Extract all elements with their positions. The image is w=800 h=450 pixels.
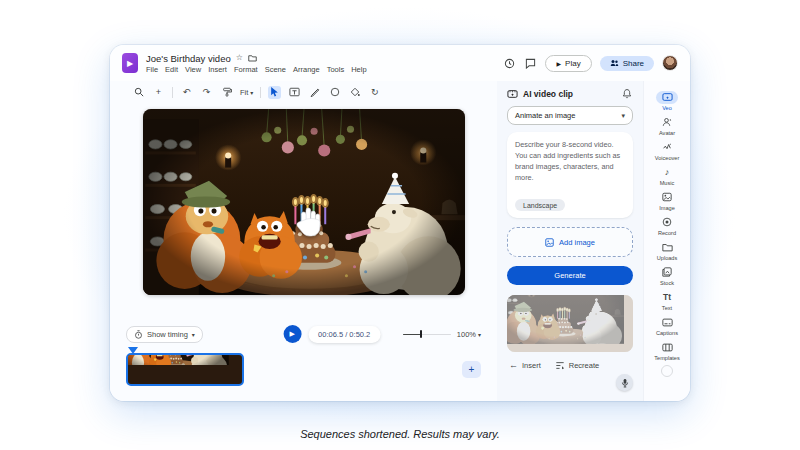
share-button[interactable]: Share xyxy=(600,56,654,71)
shapes-tool-icon[interactable] xyxy=(328,86,341,99)
zoom-tool-icon[interactable] xyxy=(132,86,145,99)
play-icon: ▶ xyxy=(556,60,561,67)
add-clip-button[interactable]: + xyxy=(462,361,481,378)
sidebar-item-voiceover[interactable]: Voiceover xyxy=(644,138,690,163)
menu-tools[interactable]: Tools xyxy=(327,65,345,74)
menu-view[interactable]: View xyxy=(185,65,201,74)
playhead-marker[interactable] xyxy=(128,347,138,354)
show-timing-label: Show timing xyxy=(147,330,188,339)
menu-bar: File Edit View Insert Format Scene Arran… xyxy=(146,65,367,74)
zoom-control-group: 100% ▾ xyxy=(403,330,481,339)
undo-icon[interactable]: ↶ xyxy=(180,86,193,99)
share-label: Share xyxy=(623,59,644,68)
sidebar-more-button[interactable] xyxy=(661,365,673,377)
play-button[interactable]: ▶ Play xyxy=(545,55,591,72)
sidebar-label: Music xyxy=(660,180,675,186)
text-box-tool-icon[interactable] xyxy=(288,86,301,99)
timeline: + xyxy=(110,347,497,401)
timeline-play-button[interactable]: ▶ xyxy=(283,325,301,343)
recreate-button[interactable]: Recreate xyxy=(555,361,599,370)
sidebar-item-text[interactable]: Tt Text xyxy=(644,288,690,313)
ai-video-panel: AI video clip Animate an image ▾ Describ… xyxy=(497,81,643,401)
stock-media-icon xyxy=(656,266,678,279)
sidebar-item-music[interactable]: ♪ Music xyxy=(644,163,690,188)
vids-logo-icon[interactable]: ▶ xyxy=(122,53,138,73)
avatar-icon xyxy=(656,116,678,129)
sidebar-item-record[interactable]: Record xyxy=(644,213,690,238)
move-folder-icon[interactable] xyxy=(248,54,257,62)
toolbar-divider xyxy=(260,87,261,98)
sidebar-label: Captions xyxy=(656,330,678,336)
generated-clip-thumbnail[interactable] xyxy=(507,295,633,352)
video-frame-image xyxy=(143,109,465,295)
sidebar-item-image[interactable]: Image xyxy=(644,188,690,213)
document-title[interactable]: Joe's Birthday video xyxy=(146,53,231,64)
sidebar-label: Text xyxy=(662,305,672,311)
voiceover-icon xyxy=(656,141,678,154)
sidebar-item-templates[interactable]: Templates xyxy=(644,338,690,363)
clip-filmstrip-image xyxy=(128,355,242,384)
timing-icon xyxy=(134,330,143,339)
menu-scene[interactable]: Scene xyxy=(265,65,286,74)
slider-handle[interactable] xyxy=(420,330,422,338)
fill-tool-icon[interactable] xyxy=(348,86,361,99)
timecode-display: 00:06.5 / 0:50.2 xyxy=(308,326,380,343)
captions-icon xyxy=(656,316,678,329)
mode-selected-value: Animate an image xyxy=(515,111,575,120)
sidebar-label: Image xyxy=(659,205,675,211)
sidebar-item-stock[interactable]: Stock xyxy=(644,263,690,288)
main-area: + ↶ ↷ Fit ▾ xyxy=(110,81,690,401)
zoom-level-dropdown[interactable]: 100% ▾ xyxy=(457,330,481,339)
voice-input-button[interactable] xyxy=(616,374,633,391)
mode-selector-dropdown[interactable]: Animate an image ▾ xyxy=(507,106,633,125)
version-history-icon[interactable] xyxy=(503,57,516,70)
canvas-column: + ↶ ↷ Fit ▾ xyxy=(110,81,497,401)
vids-app-window: ▶ Joe's Birthday video ☆ File Edit View … xyxy=(110,45,690,401)
generate-button[interactable]: Generate xyxy=(507,266,633,285)
add-scene-icon[interactable]: + xyxy=(152,86,165,99)
canvas-area xyxy=(110,102,497,321)
page-background: ▶ Joe's Birthday video ☆ File Edit View … xyxy=(0,0,800,450)
sidebar-item-veo[interactable]: Veo xyxy=(644,88,690,113)
insert-button[interactable]: ← Insert xyxy=(509,360,541,370)
bell-icon[interactable] xyxy=(622,88,633,99)
fit-label: Fit xyxy=(240,88,248,97)
show-timing-dropdown[interactable]: Show timing ▾ xyxy=(126,326,203,343)
redo-icon[interactable]: ↷ xyxy=(200,86,213,99)
chevron-down-icon: ▾ xyxy=(621,112,625,120)
timeline-clip-thumbnail[interactable] xyxy=(126,353,244,386)
sidebar-item-avatar[interactable]: Avatar xyxy=(644,113,690,138)
menu-insert[interactable]: Insert xyxy=(208,65,227,74)
video-canvas[interactable] xyxy=(143,109,465,295)
comment-icon[interactable] xyxy=(524,57,537,70)
panel-title: AI video clip xyxy=(523,89,573,99)
menu-help[interactable]: Help xyxy=(351,65,366,74)
aspect-ratio-chip[interactable]: Landscape xyxy=(515,199,565,211)
sidebar-item-uploads[interactable]: Uploads xyxy=(644,238,690,263)
sidebar-label: Voiceover xyxy=(655,155,680,161)
sidebar-item-captions[interactable]: Captions xyxy=(644,313,690,338)
menu-arrange[interactable]: Arrange xyxy=(293,65,320,74)
rotate-tool-icon[interactable]: ↻ xyxy=(368,86,381,99)
paint-format-icon[interactable] xyxy=(220,86,233,99)
star-icon[interactable]: ☆ xyxy=(236,54,243,62)
menu-file[interactable]: File xyxy=(146,65,158,74)
play-label: Play xyxy=(565,59,581,68)
menu-format[interactable]: Format xyxy=(234,65,258,74)
add-image-button[interactable]: Add image xyxy=(507,227,633,257)
playback-controls: Show timing ▾ ▶ 00:06.5 / 0:50.2 100% xyxy=(110,321,497,347)
timeline-zoom-slider[interactable] xyxy=(403,330,451,338)
menu-edit[interactable]: Edit xyxy=(165,65,178,74)
result-actions: ← Insert Recreate xyxy=(509,360,631,370)
pen-tool-icon[interactable] xyxy=(308,86,321,99)
edit-toolbar: + ↶ ↷ Fit ▾ xyxy=(132,82,487,102)
prompt-card[interactable]: Describe your 8-second video. You can ad… xyxy=(507,132,633,218)
sidebar-label: Record xyxy=(658,230,676,236)
title-menu-block: Joe's Birthday video ☆ File Edit View In… xyxy=(146,53,367,74)
select-tool-icon[interactable] xyxy=(268,86,281,99)
prompt-placeholder-text[interactable]: Describe your 8-second video. You can ad… xyxy=(515,140,625,184)
account-avatar[interactable] xyxy=(662,55,678,71)
fit-zoom-dropdown[interactable]: Fit ▾ xyxy=(240,88,253,97)
sidebar-label: Uploads xyxy=(657,255,678,261)
insert-label: Insert xyxy=(522,361,541,370)
